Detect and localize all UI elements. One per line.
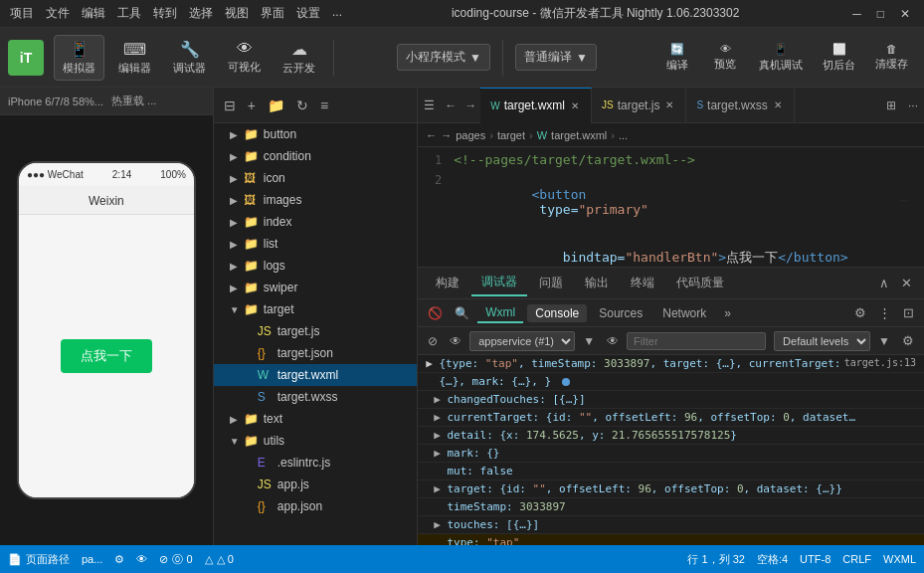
debug-tab-quality[interactable]: 代码质量 — [666, 271, 734, 295]
more-tabs-icon[interactable]: ··· — [902, 98, 924, 112]
tab-target-wxml[interactable]: W target.wxml ✕ — [480, 88, 592, 123]
debug-log-area[interactable]: target.js:13 ▶ {type: "tap", timeStamp: … — [418, 355, 924, 545]
file-app-json[interactable]: {} app.json — [214, 495, 417, 517]
refresh-icon[interactable]: ↻ — [292, 96, 312, 115]
new-folder-icon[interactable]: 📁 — [264, 96, 288, 115]
menu-item-view[interactable]: 视图 — [225, 5, 249, 22]
clear-console-icon[interactable]: 🚫 — [424, 304, 447, 322]
file-type[interactable]: WXML — [883, 552, 916, 567]
tab-options-icon[interactable]: ☰ — [418, 98, 441, 112]
menu-item-edit[interactable]: 编辑 — [82, 5, 105, 22]
mode-dropdown[interactable]: 小程序模式 ▼ — [397, 44, 490, 71]
menu-bar[interactable]: 项目 文件 编辑 工具 转到 选择 视图 界面 设置 ... — [10, 5, 342, 22]
console-sub-tab-network[interactable]: Network — [654, 304, 714, 322]
debug-tab-problems[interactable]: 问题 — [529, 271, 573, 295]
file-target-json[interactable]: {} target.json — [214, 342, 417, 364]
folder-list[interactable]: ▶ 📁 list — [214, 233, 417, 255]
minimize-button[interactable]: ─ — [848, 7, 865, 21]
more-tabs-icon[interactable]: » — [718, 304, 737, 322]
eye-item[interactable]: 👁 — [136, 553, 147, 565]
hot-reload[interactable]: 热重载 ... — [111, 94, 156, 108]
file-app-js[interactable]: JS app.js — [214, 474, 417, 495]
level-chevron-icon[interactable]: ▼ — [874, 332, 894, 350]
tab-back-icon[interactable]: ← — [441, 98, 461, 112]
background-button[interactable]: ⬜ 切后台 — [815, 39, 863, 77]
console-sub-tab-console[interactable]: Console — [527, 304, 587, 322]
log-expand-0[interactable]: ▶ — [426, 357, 439, 370]
folder-condition[interactable]: ▶ 📁 condition — [214, 145, 417, 167]
device-debug-button[interactable]: 📱 真机调试 — [751, 39, 811, 77]
menu-item-settings[interactable]: 设置 — [296, 5, 320, 22]
file-target-wxml[interactable]: W target.wxml — [214, 364, 417, 386]
breadcrumb-target[interactable]: target — [497, 129, 525, 141]
error-item[interactable]: ⊘ ⓪ 0 — [159, 552, 192, 567]
expand-select-icon[interactable]: ▼ — [579, 332, 599, 350]
warning-item[interactable]: △ △ 0 — [205, 553, 234, 566]
page-path-item[interactable]: 📄 页面路径 — [8, 552, 70, 567]
tab-forward-icon[interactable]: → — [461, 98, 480, 112]
menu-item-project[interactable]: 项目 — [10, 5, 34, 22]
folder-swiper[interactable]: ▶ 📁 swiper — [214, 277, 417, 298]
window-controls[interactable]: ─ □ ✕ — [848, 7, 914, 21]
dock-icon[interactable]: ⊡ — [899, 303, 918, 322]
console-menu-icon[interactable]: ⋮ — [874, 303, 895, 322]
log-file-ref-0[interactable]: target.js:13 — [844, 357, 916, 368]
tab-target-wxss[interactable]: S target.wxss ✕ — [686, 88, 794, 123]
maximize-button[interactable]: □ — [873, 7, 888, 21]
debugger-button[interactable]: 🔧 调试器 — [165, 36, 214, 80]
folder-index[interactable]: ▶ 📁 index — [214, 211, 417, 233]
nav-back-icon[interactable]: ← — [426, 129, 437, 141]
folder-text[interactable]: ▶ 📁 text — [214, 408, 417, 430]
gear-item[interactable]: ⚙ — [114, 553, 124, 566]
log-expand-2[interactable]: ▶ — [434, 411, 447, 424]
menu-item-goto[interactable]: 转到 — [153, 5, 177, 22]
debug-up-icon[interactable]: ∧ — [875, 274, 893, 292]
folder-utils[interactable]: ▼ 📁 utils — [214, 430, 417, 452]
indent-info[interactable]: 空格:4 — [757, 552, 788, 567]
line-ending[interactable]: CRLF — [842, 552, 871, 567]
log-expand-1[interactable]: ▶ — [434, 393, 447, 406]
clear-cache-button[interactable]: 🗑 清缓存 — [867, 39, 916, 76]
breadcrumb-pages[interactable]: pages — [456, 129, 485, 141]
compiler-dropdown[interactable]: 普通编译 ▼ — [515, 44, 597, 71]
folder-target[interactable]: ▼ 📁 target — [214, 298, 417, 320]
settings-gear-icon[interactable]: ⚙ — [850, 303, 870, 322]
compile-button[interactable]: 🔄 编译 — [655, 39, 699, 77]
wxml-tab-close[interactable]: ✕ — [569, 100, 581, 111]
log-level-select[interactable]: Default levels — [774, 331, 870, 351]
log-expand-4[interactable]: ▶ — [434, 447, 447, 460]
preview-button[interactable]: 👁 预览 — [703, 39, 747, 76]
log-expand-3[interactable]: ▶ — [434, 429, 447, 442]
phone-demo-button[interactable]: 点我一下 — [61, 339, 152, 373]
encoding-info[interactable]: UTF-8 — [800, 552, 831, 567]
breadcrumb-filename[interactable]: target.wxml — [551, 129, 607, 141]
console-sub-tab-sources[interactable]: Sources — [591, 304, 650, 322]
console-settings-icon[interactable]: ⚙ — [898, 331, 918, 350]
js-tab-close[interactable]: ✕ — [663, 99, 675, 110]
folder-icon[interactable]: ▶ 🖼 icon — [214, 167, 417, 189]
code-editor[interactable]: 1 <!--pages/target/target.wxml--> 2 <but… — [418, 147, 924, 267]
tab-target-js[interactable]: JS target.js ✕ — [592, 88, 686, 123]
wxss-tab-close[interactable]: ✕ — [772, 99, 784, 110]
cursor-position[interactable]: 行 1，列 32 — [687, 552, 744, 567]
new-file-icon[interactable]: + — [244, 96, 260, 115]
folder-logs[interactable]: ▶ 📁 logs — [214, 255, 417, 277]
appservice-select[interactable]: appservice (#1) — [469, 331, 575, 351]
console-sub-tab-wxml[interactable]: Wxml — [477, 303, 523, 323]
file-target-wxss[interactable]: S target.wxss — [214, 386, 417, 408]
menu-item-file[interactable]: 文件 — [46, 5, 70, 22]
debug-tab-debugger[interactable]: 调试器 — [471, 270, 527, 296]
pa-item[interactable]: pa... — [82, 553, 102, 565]
log-expand-8[interactable]: ▶ — [434, 518, 447, 531]
collapse-all-icon[interactable]: ⊟ — [220, 96, 240, 115]
folder-button[interactable]: ▶ 📁 button — [214, 123, 417, 145]
file-eslint[interactable]: E .eslintrc.js — [214, 452, 417, 474]
simulator-button[interactable]: 📱 模拟器 — [54, 35, 104, 81]
filter-icon[interactable]: 🔍 — [451, 304, 473, 322]
clear-log-icon[interactable]: ⊘ — [424, 332, 442, 350]
visualizer-button[interactable]: 👁 可视化 — [220, 36, 269, 79]
menu-item-more[interactable]: ... — [332, 5, 342, 22]
menu-item-tools[interactable]: 工具 — [117, 5, 141, 22]
eye-icon[interactable]: 👁 — [446, 332, 465, 350]
split-editor-icon[interactable]: ⊞ — [880, 98, 902, 112]
